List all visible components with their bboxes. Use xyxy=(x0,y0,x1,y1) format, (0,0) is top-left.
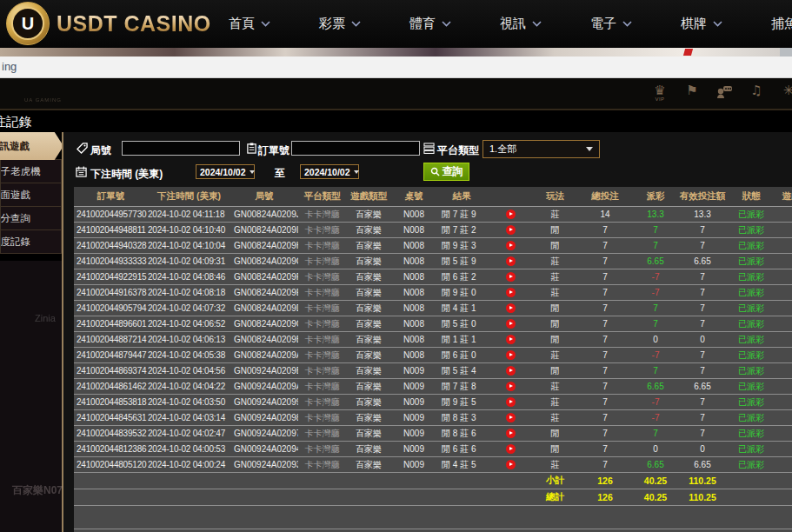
bet-method: 莊 xyxy=(535,348,576,363)
sidebar-item[interactable]: 桌面遊戲 xyxy=(0,183,62,207)
column-header: 下注時間 (美東) xyxy=(148,187,230,207)
status-badge: 已派彩 xyxy=(729,301,774,316)
replay-icon[interactable] xyxy=(506,256,516,266)
nav-item[interactable]: 首頁 xyxy=(204,0,295,48)
search-button[interactable]: 查詢 xyxy=(423,163,469,181)
table-row[interactable]: 241002044839532 2024-10-02 04:02:47 GN00… xyxy=(74,426,792,442)
round-number-input[interactable] xyxy=(122,141,240,156)
table-row[interactable]: 241002044812386 2024-10-02 04:00:53 GN00… xyxy=(74,442,792,457)
provider-watermark: UA GAMING xyxy=(24,97,62,103)
table-row[interactable]: 241002044957730 2024-10-02 04:11:18 GN00… xyxy=(74,207,792,223)
status-badge: 已派彩 xyxy=(729,285,774,301)
replay-icon[interactable] xyxy=(506,429,516,438)
sidebar-background-panel: Zinia 百家樂N07 xyxy=(0,261,62,532)
chat-icon[interactable] xyxy=(714,84,735,102)
bet-time: 2024-10-02 04:04:56 xyxy=(148,363,230,379)
site-logo[interactable]: U USDT CASINO xyxy=(6,2,211,45)
music-icon[interactable]: ♫ xyxy=(746,84,767,97)
replay-icon[interactable] xyxy=(506,303,516,313)
sidebar-item[interactable]: 積分查詢 xyxy=(0,206,62,230)
sidebar-item[interactable]: 額度記錄 xyxy=(0,229,62,254)
game-type: 百家樂 xyxy=(346,301,391,316)
sparkle-icon[interactable]: ✳ xyxy=(778,84,792,97)
replay-icon[interactable] xyxy=(506,460,516,469)
vip-crown-icon[interactable]: ♛ VIP xyxy=(649,84,670,102)
result: 閒 8 莊 6 xyxy=(436,426,487,442)
table-row[interactable]: 241002044940328 2024-10-02 04:10:04 GN00… xyxy=(74,238,792,254)
game-type: 百家樂 xyxy=(346,348,391,363)
replay-icon[interactable] xyxy=(506,350,516,360)
order-number: 241002044905794 xyxy=(74,301,148,316)
table-row[interactable]: 241002044896601 2024-10-02 04:06:52 GN00… xyxy=(74,316,792,332)
table-row[interactable]: 241002044933333 2024-10-02 04:09:31 GN00… xyxy=(74,254,792,269)
spacer-cell xyxy=(729,489,774,506)
nav-item[interactable]: 捕魚 xyxy=(747,0,792,48)
replay-icon[interactable] xyxy=(506,444,516,454)
flag-icon[interactable]: ⚑ xyxy=(682,84,702,97)
platform-type: 卡卡灣廳 xyxy=(298,301,346,316)
platform-type-select[interactable]: 1.全部 xyxy=(483,140,600,158)
replay-icon[interactable] xyxy=(506,272,516,282)
replay-icon[interactable] xyxy=(506,319,516,329)
column-header: 訂單號 xyxy=(74,187,148,207)
replay-icon[interactable] xyxy=(506,366,516,376)
table-row[interactable]: 241002044887214 2024-10-02 04:06:13 GN00… xyxy=(74,332,792,348)
round-number: GN00824A0209J xyxy=(230,207,298,223)
dropdown-arrow-icon xyxy=(250,170,255,174)
status-badge: 已派彩 xyxy=(729,457,774,473)
replay-icon[interactable] xyxy=(506,413,516,422)
payout: 7 xyxy=(635,238,676,254)
table-row[interactable]: 241002044869374 2024-10-02 04:04:56 GN00… xyxy=(74,363,792,379)
spacer-cell xyxy=(729,473,774,489)
replay-icon[interactable] xyxy=(506,288,516,297)
replay-icon[interactable] xyxy=(506,335,516,344)
column-header: 有效投注額 xyxy=(676,187,729,207)
game-link xyxy=(774,238,792,254)
spacer-cell xyxy=(74,473,535,489)
round-number: GN00924A02099 xyxy=(230,395,298,410)
frame-bar-text: ing xyxy=(2,60,17,73)
sidebar-item[interactable]: 電子老虎機 xyxy=(0,159,62,183)
table-number: N009 xyxy=(391,363,436,379)
game-link xyxy=(774,426,792,442)
replay-icon[interactable] xyxy=(506,382,516,391)
replay-icon[interactable] xyxy=(506,209,516,219)
nav-item-label: 視訊 xyxy=(500,16,526,32)
table-row[interactable]: 241002044861462 2024-10-02 04:04:22 GN00… xyxy=(74,379,792,395)
platform-type: 卡卡灣廳 xyxy=(298,254,346,269)
bet-time: 2024-10-02 04:08:18 xyxy=(148,285,230,301)
nav-item[interactable]: 視訊 xyxy=(476,0,566,48)
bet-method: 莊 xyxy=(535,379,576,395)
bet-time: 2024-10-02 04:11:18 xyxy=(148,207,230,223)
table-row[interactable]: 241002044845631 2024-10-02 04:03:14 GN00… xyxy=(74,410,792,426)
nav-item[interactable]: 彩票 xyxy=(295,0,385,48)
status-badge: 已派彩 xyxy=(729,442,774,457)
sidebar-item[interactable]: 視訊遊戲 xyxy=(0,132,63,160)
game-link xyxy=(774,395,792,410)
table-row[interactable]: 241002044922915 2024-10-02 04:08:46 GN00… xyxy=(74,269,792,285)
order-number: 241002044853818 xyxy=(74,395,148,410)
game-type: 百家樂 xyxy=(346,395,391,410)
table-number: N009 xyxy=(391,395,436,410)
empty-row xyxy=(74,506,792,529)
order-number-input[interactable] xyxy=(291,141,420,156)
table-row[interactable]: 241002044905794 2024-10-02 04:07:32 GN00… xyxy=(74,301,792,316)
game-link xyxy=(774,332,792,348)
payout: -7 xyxy=(635,269,676,285)
game-type: 百家樂 xyxy=(346,207,391,223)
date-from-value: 2024/10/02 xyxy=(200,167,246,177)
nav-item[interactable]: 電子 xyxy=(566,0,656,48)
table-row[interactable]: 241002044805120 2024-10-02 04:00:24 GN00… xyxy=(74,457,792,473)
date-to-select[interactable]: 2024/10/02 xyxy=(300,164,359,179)
table-row[interactable]: 241002044879447 2024-10-02 04:05:38 GN00… xyxy=(74,348,792,363)
table-row[interactable]: 241002044916378 2024-10-02 04:08:18 GN00… xyxy=(74,285,792,301)
replay-icon[interactable] xyxy=(506,225,516,235)
nav-item[interactable]: 體育 xyxy=(385,0,476,48)
nav-item[interactable]: 棋牌 xyxy=(656,0,747,48)
table-row[interactable]: 241002044853818 2024-10-02 04:03:50 GN00… xyxy=(74,395,792,410)
table-row[interactable]: 241002044948811 2024-10-02 04:10:40 GN00… xyxy=(74,223,792,238)
round-number: GN00924A02093 xyxy=(230,457,298,473)
replay-icon[interactable] xyxy=(506,397,516,407)
replay-icon[interactable] xyxy=(506,241,516,250)
date-from-select[interactable]: 2024/10/02 xyxy=(196,164,255,179)
